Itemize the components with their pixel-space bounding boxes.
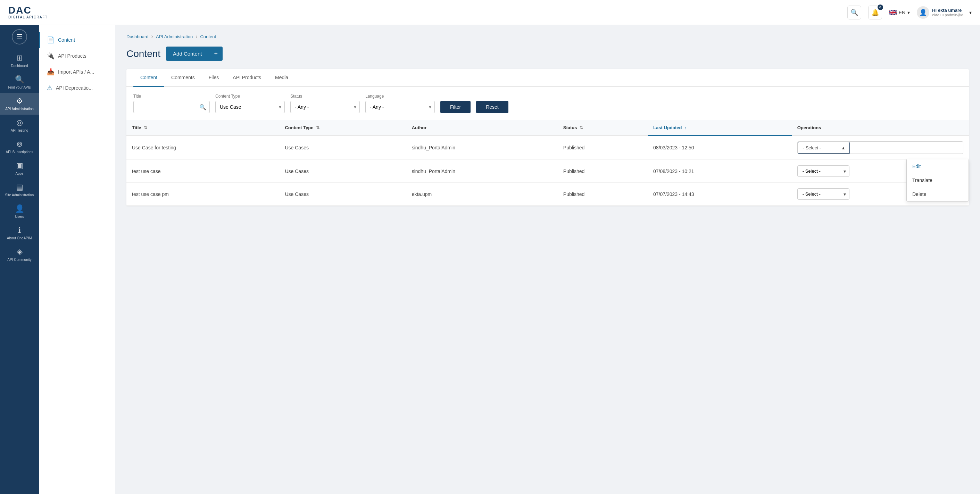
- col-last-updated[interactable]: Last Updated ↑: [648, 120, 792, 135]
- sidebar-item-about-oneapim[interactable]: ℹ About OneAPIM: [0, 222, 39, 244]
- notification-button[interactable]: 🔔 0: [868, 6, 882, 19]
- tab-files[interactable]: Files: [202, 69, 226, 87]
- cell-last-updated-0: 08/03/2023 - 12:50: [648, 135, 792, 160]
- top-header: DAC DIGITAL APICRAFT 🔍 🔔 0 🇬🇧 EN ▾ 👤 Hi …: [0, 0, 980, 25]
- sidebar-item-dashboard[interactable]: ⊞ Dashboard: [0, 50, 39, 72]
- add-content-label: Add Content: [166, 47, 209, 60]
- tabs: Content Comments Files API Products Medi…: [126, 69, 969, 87]
- filter-button[interactable]: Filter: [440, 101, 471, 113]
- last-updated-sort-icon: ↑: [684, 126, 687, 130]
- filter-group-content-type: Content Type - Any - Use Case Blog Post …: [215, 94, 285, 113]
- secondary-label-content: Content: [58, 37, 75, 43]
- ops-select-2[interactable]: - Select - Edit Translate Delete: [797, 188, 850, 200]
- sidebar-item-apps[interactable]: ▣ Apps: [0, 158, 39, 179]
- secondary-item-content[interactable]: 📄 Content: [39, 32, 115, 48]
- table-row: test use case Use Cases sindhu_PortalAdm…: [126, 160, 969, 183]
- page-title: Content: [126, 48, 161, 59]
- cell-status-1: Published: [558, 160, 648, 183]
- notification-badge: 0: [878, 5, 883, 10]
- sidebar-label-dashboard: Dashboard: [11, 64, 28, 68]
- title-sort-icon: ⇅: [144, 126, 147, 130]
- title-input[interactable]: [134, 101, 210, 113]
- cell-title-1: test use case: [126, 160, 279, 183]
- user-email: ekta.u+padmin@d...: [932, 13, 966, 17]
- secondary-label-api-products: API Products: [58, 53, 86, 59]
- ops-chevron-up-icon: ▴: [842, 145, 845, 150]
- table-row: test use case pm Use Cases ekta.upm Publ…: [126, 183, 969, 206]
- deprecation-icon: ⚠: [47, 84, 52, 92]
- ops-select-trigger-0[interactable]: - Select - ▴: [798, 142, 850, 153]
- language-select-wrap: - Any - English French ▾: [365, 101, 435, 113]
- ops-select-1[interactable]: - Select - Edit Translate Delete: [797, 165, 850, 177]
- cell-title-0: Use Case for testing: [126, 135, 279, 160]
- search-button[interactable]: 🔍: [847, 6, 861, 19]
- cell-title-2: test use case pm: [126, 183, 279, 206]
- sidebar-item-site-administration[interactable]: ▤ Site Administration: [0, 179, 39, 201]
- sidebar-label-find-apis: Find your APIs: [8, 86, 30, 90]
- cell-content-type-1: Use Cases: [279, 160, 406, 183]
- secondary-label-deprecation: API Deprecatio...: [56, 85, 93, 91]
- content-type-label: Content Type: [215, 94, 285, 99]
- breadcrumb-sep-1: ›: [151, 33, 153, 40]
- main-content: Dashboard › API Administration › Content…: [115, 25, 980, 494]
- col-title[interactable]: Title ⇅: [126, 120, 279, 135]
- user-info[interactable]: 👤 Hi ekta umare ekta.u+padmin@d... ▾: [917, 6, 972, 19]
- add-content-button[interactable]: Add Content +: [166, 46, 223, 61]
- sidebar-item-find-apis[interactable]: 🔍 Find your APIs: [0, 72, 39, 93]
- logo-sub: DIGITAL APICRAFT: [8, 15, 48, 19]
- sidebar-item-api-subscriptions[interactable]: ⊚ API Subscriptions: [0, 136, 39, 158]
- cell-content-type-0: Use Cases: [279, 135, 406, 160]
- col-status[interactable]: Status ⇅: [558, 120, 648, 135]
- cell-operations-0: - Select - ▴ Edit Translate Delete: [792, 135, 969, 160]
- user-greeting: Hi ekta umare: [932, 8, 966, 13]
- content-type-select[interactable]: - Any - Use Case Blog Post FAQ: [215, 101, 285, 113]
- title-input-wrap: 🔍: [134, 101, 210, 113]
- ops-select-value-0: - Select -: [803, 145, 821, 150]
- filter-group-title: Title 🔍: [134, 94, 210, 113]
- sidebar-item-users[interactable]: 👤 Users: [0, 201, 39, 222]
- sidebar-item-api-administration[interactable]: ⚙ API Administration: [0, 93, 39, 115]
- chevron-down-icon: ▾: [907, 10, 910, 15]
- language-selector[interactable]: 🇬🇧 EN ▾: [889, 9, 910, 16]
- flag-icon: 🇬🇧: [889, 9, 897, 16]
- breadcrumb-api-administration[interactable]: API Administration: [156, 34, 193, 39]
- secondary-item-api-deprecation[interactable]: ⚠ API Deprecatio...: [39, 80, 115, 96]
- sidebar-item-api-testing[interactable]: ◎ API Testing: [0, 115, 39, 136]
- cell-content-type-2: Use Cases: [279, 183, 406, 206]
- add-content-plus-icon: +: [209, 46, 223, 61]
- ops-dropdown-open-0: - Select - ▴ Edit Translate Delete: [797, 142, 963, 154]
- cell-author-0: sindhu_PortalAdmin: [406, 135, 558, 160]
- content-table: Title ⇅ Content Type ⇅ Author Status ⇅ L…: [126, 120, 969, 206]
- logo: DAC DIGITAL APICRAFT: [8, 6, 48, 19]
- reset-button[interactable]: Reset: [476, 101, 508, 113]
- col-content-type[interactable]: Content Type ⇅: [279, 120, 406, 135]
- ops-select-wrap-2: - Select - Edit Translate Delete ▾: [797, 188, 850, 200]
- logo-main: DAC: [8, 6, 48, 15]
- sidebar-label-api-subs: API Subscriptions: [6, 150, 33, 154]
- user-text: Hi ekta umare ekta.u+padmin@d...: [932, 8, 966, 17]
- secondary-item-import-apis[interactable]: 📥 Import APIs / A...: [39, 64, 115, 80]
- tab-media[interactable]: Media: [268, 69, 295, 87]
- site-admin-icon: ▤: [16, 183, 23, 192]
- sidebar-item-api-community[interactable]: ◈ API Community: [0, 244, 39, 265]
- breadcrumb: Dashboard › API Administration › Content: [126, 33, 969, 40]
- apps-icon: ▣: [16, 161, 23, 170]
- tab-content[interactable]: Content: [134, 69, 164, 87]
- status-select[interactable]: - Any - Published Unpublished: [290, 101, 360, 113]
- language-select[interactable]: - Any - English French: [365, 101, 435, 113]
- tab-api-products[interactable]: API Products: [226, 69, 268, 87]
- filter-group-language: Language - Any - English French ▾: [365, 94, 435, 113]
- breadcrumb-dashboard[interactable]: Dashboard: [126, 34, 149, 39]
- content-type-sort-icon: ⇅: [316, 126, 320, 130]
- sidebar-label-site-admin: Site Administration: [5, 193, 34, 197]
- cell-status-0: Published: [558, 135, 648, 160]
- sidebar-label-apps: Apps: [16, 172, 24, 176]
- col-author: Author: [406, 120, 558, 135]
- api-subs-icon: ⊚: [16, 140, 22, 149]
- sidebar-menu-button[interactable]: ☰: [12, 29, 27, 45]
- table-row: Use Case for testing Use Cases sindhu_Po…: [126, 135, 969, 160]
- secondary-item-api-products[interactable]: 🔌 API Products: [39, 48, 115, 64]
- main-layout: ☰ ⊞ Dashboard 🔍 Find your APIs ⚙ API Adm…: [0, 25, 980, 494]
- notification-icon: 🔔: [871, 9, 879, 16]
- tab-comments[interactable]: Comments: [164, 69, 202, 87]
